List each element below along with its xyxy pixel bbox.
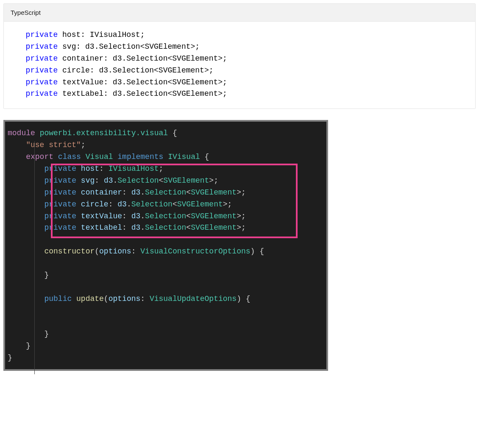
code-line: private textLabel: d3.Selection<SVGEleme…: [6, 222, 326, 234]
code-line: private host: IVisualHost;: [17, 29, 472, 41]
code-line: module powerbi.extensibility.visual {: [6, 128, 326, 139]
code-line: [6, 317, 326, 329]
code-line: [6, 234, 326, 246]
code-line: constructor(options: VisualConstructorOp…: [6, 246, 326, 258]
code-line: export class Visual implements IVisual {: [6, 151, 326, 163]
code-line: private container: d3.Selection<SVGEleme…: [17, 53, 472, 65]
code-line: }: [6, 328, 326, 340]
code-line: }: [6, 340, 326, 352]
code-line: public update(options: VisualUpdateOptio…: [6, 293, 326, 305]
editor-code-dark: module powerbi.extensibility.visual { "u…: [5, 122, 326, 369]
code-line: [6, 281, 326, 293]
code-line: private svg: d3.Selection<SVGElement>;: [17, 41, 472, 53]
code-line: private circle: d3.Selection<SVGElement>…: [17, 65, 472, 77]
code-line: }: [6, 352, 326, 364]
code-line: private host: IVisualHost;: [6, 163, 326, 175]
code-line: "use strict";: [6, 139, 326, 151]
code-line: [6, 258, 326, 270]
editor-screenshot: module powerbi.extensibility.visual { "u…: [3, 120, 328, 371]
code-line: private circle: d3.Selection<SVGElement>…: [6, 199, 326, 211]
code-block-light[interactable]: private host: IVisualHost; private svg: …: [4, 22, 475, 109]
code-line: private textLabel: d3.Selection<SVGEleme…: [17, 88, 472, 100]
code-line: private svg: d3.Selection<SVGElement>;: [6, 175, 326, 187]
code-panel-light: TypeScript private host: IVisualHost; pr…: [3, 3, 476, 109]
code-line: [6, 305, 326, 317]
code-line: private textValue: d3.Selection<SVGEleme…: [17, 77, 472, 89]
code-line: }: [6, 270, 326, 281]
code-line: private container: d3.Selection<SVGEleme…: [6, 187, 326, 199]
code-language-label: TypeScript: [4, 4, 475, 22]
indent-guide: [34, 141, 35, 374]
code-line: private textValue: d3.Selection<SVGEleme…: [6, 211, 326, 223]
